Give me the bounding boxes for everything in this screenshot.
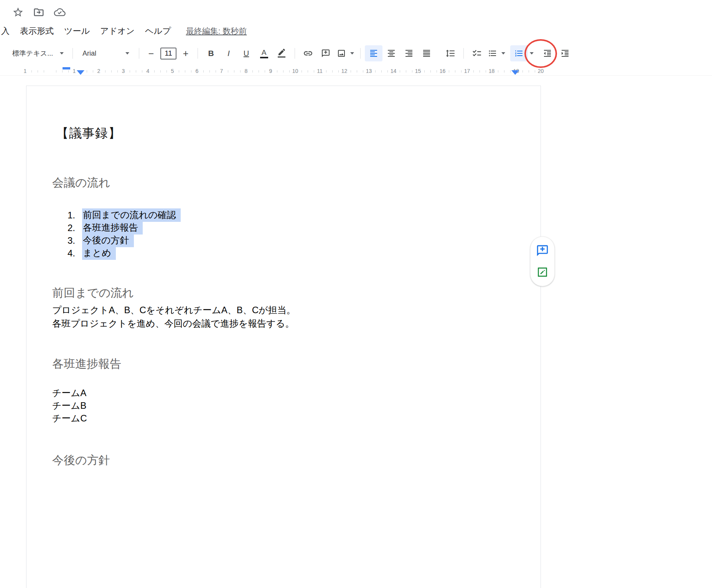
ruler-number: 18: [488, 68, 495, 74]
first-line-indent-marker[interactable]: [63, 67, 70, 69]
numbered-list-menu-arrow[interactable]: [528, 45, 536, 61]
ruler-number: 11: [316, 68, 323, 74]
underline-button[interactable]: U: [237, 45, 255, 61]
selected-text[interactable]: まとめ: [82, 246, 116, 260]
ruler-tick: [105, 70, 105, 73]
menubar: 入 表示形式 ツール アドオン ヘルプ 最終編集: 数秒前: [1, 25, 247, 37]
ruler-tick: [357, 70, 357, 73]
align-center-button[interactable]: [382, 45, 400, 61]
increase-font-size-button[interactable]: +: [178, 45, 193, 61]
ruler-tick: [154, 70, 155, 73]
paragraph-style-selector[interactable]: 標準テキス...: [8, 45, 68, 61]
link-icon: [303, 48, 313, 58]
ruler-tick: [265, 70, 265, 73]
ruler-number: 13: [366, 68, 372, 74]
highlight-color-button[interactable]: [273, 45, 290, 61]
suggest-edits-button[interactable]: [535, 264, 550, 280]
decrease-font-size-button[interactable]: −: [143, 45, 159, 61]
font-size-input[interactable]: 11: [160, 48, 176, 59]
add-comment-button[interactable]: [317, 45, 335, 61]
ruler-tick: [117, 70, 118, 73]
ruler-tick: [38, 70, 38, 73]
checklist-icon: [472, 48, 482, 58]
document-page[interactable]: 【議事録】 会議の流れ 1. 前回までの流れの確認 2. 各班進捗報告 3. 今…: [26, 86, 541, 588]
ruler-tick: [510, 70, 511, 73]
ruler-tick: [111, 70, 112, 73]
heading-previous[interactable]: 前回までの流れ: [52, 285, 134, 301]
italic-button[interactable]: I: [220, 45, 237, 61]
list-item[interactable]: 2. 各班進捗報告: [26, 221, 181, 234]
menu-insert-partial[interactable]: 入: [1, 25, 10, 37]
ruler-tick: [449, 70, 449, 73]
underline-icon: U: [244, 49, 249, 58]
ruler-tick: [240, 70, 241, 73]
ruler-tick: [160, 70, 161, 73]
ruler-number: 15: [415, 68, 422, 74]
text-color-button[interactable]: A: [255, 45, 273, 61]
bulleted-list-button[interactable]: [486, 45, 499, 61]
heading-future[interactable]: 今後の方針: [52, 453, 110, 468]
insert-link-button[interactable]: [299, 45, 317, 61]
text-color-bar: [260, 57, 268, 58]
selected-text[interactable]: 各班進捗報告: [82, 221, 143, 235]
chevron-down-icon: [350, 52, 354, 55]
insert-image-button[interactable]: [335, 45, 348, 61]
page-side-actions: [530, 236, 555, 286]
text-line[interactable]: 各班プロジェクトを進め、今回の会議で進捗を報告する。: [52, 317, 296, 330]
add-comment-float-button[interactable]: [535, 243, 550, 258]
align-right-button[interactable]: [400, 45, 418, 61]
line-spacing-button[interactable]: [442, 45, 459, 61]
decrease-indent-button[interactable]: [539, 45, 556, 61]
text-line[interactable]: チームB: [52, 399, 87, 412]
list-item[interactable]: 4. まとめ: [26, 247, 181, 259]
ruler-tick: [62, 70, 63, 73]
menu-format[interactable]: 表示形式: [20, 25, 54, 37]
ruler[interactable]: 11234567891011121314151617181920: [0, 67, 712, 76]
ruler-tick: [351, 70, 351, 73]
highlighter-icon: [277, 49, 286, 58]
align-justify-button[interactable]: [418, 45, 435, 61]
toolbar-divider: [360, 48, 361, 59]
ruler-number: 14: [390, 68, 397, 74]
checklist-button[interactable]: [468, 45, 486, 61]
numbered-list-button[interactable]: [510, 45, 528, 61]
ruler-tick: [338, 70, 339, 73]
menu-addons[interactable]: アドオン: [100, 25, 135, 37]
line-spacing-icon: [445, 48, 455, 58]
text-line[interactable]: チームA: [52, 386, 87, 399]
selected-text[interactable]: 前回までの流れの確認: [82, 208, 181, 222]
right-indent-marker[interactable]: [511, 70, 519, 75]
menu-help[interactable]: ヘルプ: [145, 25, 171, 37]
bold-button[interactable]: B: [202, 45, 220, 61]
insert-image-menu-arrow[interactable]: [348, 45, 356, 61]
heading-progress[interactable]: 各班進捗報告: [52, 356, 121, 372]
increase-indent-button[interactable]: [556, 45, 574, 61]
menu-tools[interactable]: ツール: [64, 25, 90, 37]
list-item[interactable]: 1. 前回までの流れの確認: [26, 209, 181, 221]
agenda-list: 1. 前回までの流れの確認 2. 各班進捗報告 3. 今後の方針 4. まとめ: [26, 209, 181, 259]
paragraph-teams: チームA チームB チームC: [52, 386, 87, 424]
star-icon[interactable]: [12, 6, 24, 18]
text-line[interactable]: プロジェクトA、B、CをそれぞれチームA、B、Cが担当。: [52, 303, 296, 317]
toolbar-divider: [198, 48, 198, 59]
bulleted-list-menu-arrow[interactable]: [499, 45, 507, 61]
doc-title[interactable]: 【議事録】: [56, 124, 121, 142]
chevron-down-icon: [60, 52, 64, 55]
move-folder-icon[interactable]: [33, 6, 45, 18]
font-selector[interactable]: Arial: [77, 45, 135, 61]
ruler-tick: [216, 70, 216, 73]
heading-agenda[interactable]: 会議の流れ: [52, 175, 110, 190]
list-item[interactable]: 3. 今後の方針: [26, 234, 181, 247]
add-comment-icon: [321, 49, 330, 58]
ruler-tick: [381, 70, 382, 73]
align-left-button[interactable]: [365, 45, 382, 61]
selected-text[interactable]: 今後の方針: [82, 234, 134, 247]
ruler-tick: [203, 70, 204, 73]
last-edit-link[interactable]: 最終編集: 数秒前: [186, 26, 247, 36]
ruler-tick: [480, 70, 480, 73]
align-left-icon: [369, 49, 378, 58]
toolbar: 標準テキス... Arial − 11 + B I U: [0, 41, 712, 66]
ruler-tick: [498, 70, 498, 73]
text-line[interactable]: チームC: [52, 412, 87, 424]
left-indent-marker[interactable]: [77, 70, 84, 75]
